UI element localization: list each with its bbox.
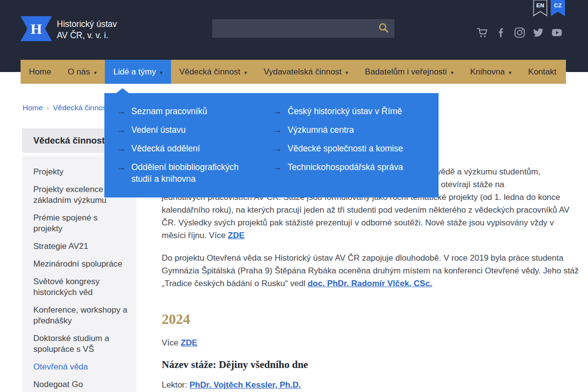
dropdown-item-seznam-pracovniku[interactable]: Seznam pracovníků (117, 105, 273, 117)
internship-title: Název stáže: Dějiny všedního dne (162, 358, 568, 371)
org-name-line1: Historický ústav (57, 19, 117, 30)
dropdown-label: Vedení ústavu (131, 124, 186, 136)
twitter-icon[interactable] (532, 26, 544, 39)
sidebar-item-otevrena-veda[interactable]: Otevřená věda (33, 362, 127, 372)
dropdown-label: Výzkumná centra (288, 124, 354, 136)
sidebar-item-konference[interactable]: Konference, workshopy a přednášky (33, 305, 127, 326)
more-line: Více ZDE (162, 337, 568, 349)
nav-item-kontakt[interactable]: Kontakt (520, 60, 565, 84)
paragraph-text: „Tradice českých bádání o Rusku“ vedl (162, 279, 308, 288)
paragraph-line: „Tradice českých bádání o Rusku“ vedl do… (162, 277, 568, 290)
arrow-right-icon (117, 124, 131, 136)
chevron-down-icon (94, 67, 97, 77)
nav-label: O nás (68, 67, 90, 77)
sidebar-item-doktorske-studium[interactable]: Doktorské studium a spolupráce s VŠ (33, 333, 127, 355)
dropdown-column-2: Český historický ústav v Římě Výzkumná c… (273, 105, 430, 197)
nav-item-o-nas[interactable]: O nás (59, 60, 105, 84)
dropdown-label: Technickohospodářská správa (288, 161, 403, 173)
paragraph-line: ČR. Výsledky svých projektů pak stážisté… (162, 217, 568, 229)
dropdown-label: Český historický ústav v Římě (288, 105, 402, 117)
nav-label: Vědecká činnost (179, 67, 241, 77)
nav-item-vydavatelska-cinnost[interactable]: Vydavatelská činnost (255, 60, 357, 84)
paragraph-line: kalendářního roku), na kterých pracují j… (162, 204, 568, 217)
institute-logo[interactable]: H (21, 16, 52, 41)
chevron-down-icon (345, 67, 348, 77)
dropdown-column-1: Seznam pracovníků Vedení ústavu Vědecká … (117, 105, 273, 197)
search-icon (378, 28, 390, 35)
dropdown-item-vedecka-oddeleni[interactable]: Vědecká oddělení (117, 143, 273, 154)
nav-label: Kontakt (528, 67, 557, 77)
arrow-right-icon (117, 143, 131, 154)
nav-label: Badatelům i veřejnosti (365, 67, 447, 77)
more-label: Více (162, 338, 181, 347)
paragraph-2: Do projektu Otevřená věda se Historický … (162, 252, 568, 290)
main-navigation: Home O nás Lidé a týmy Vědecká činnost V… (21, 60, 566, 84)
breadcrumb-home-link[interactable]: Home (23, 103, 43, 112)
nav-label: Home (29, 67, 51, 77)
lecturer-line: Lektor: PhDr. Vojtěch Kessler, Ph.D. (162, 379, 568, 392)
nav-item-lide-a-tymy[interactable]: Lidé a týmy (105, 60, 171, 84)
dropdown-item-oddeleni-biobibliografickych-studii[interactable]: Oddělení biobibliografických studií a kn… (117, 161, 273, 185)
arrow-right-icon (273, 143, 288, 154)
dropdown-label: Vědecké společnosti a komise (288, 143, 403, 154)
vojtech-kessler-link[interactable]: PhDr. Vojtěch Kessler, Ph.D. (190, 380, 301, 390)
dropdown-label: Oddělení biobibliografických studií a kn… (131, 161, 261, 185)
social-links (476, 26, 563, 39)
language-switch-en[interactable]: EN (533, 0, 547, 17)
nav-item-knihovna[interactable]: Knihovna (462, 60, 519, 84)
chevron-down-icon (244, 67, 247, 77)
dropdown-label: Vědecká oddělení (131, 143, 200, 154)
logo-letter: H (30, 21, 42, 37)
zde-link-1[interactable]: ZDE (228, 231, 245, 240)
arrow-right-icon (273, 105, 288, 117)
dropdown-item-vedeni-ustavu[interactable]: Vedení ústavu (117, 124, 273, 136)
dropdown-item-cesky-historicky-ustav-v-rime[interactable]: Český historický ústav v Římě (273, 105, 430, 117)
dropdown-item-vyzkumna-centra[interactable]: Výzkumná centra (273, 124, 430, 136)
nav-item-badatelum-i-verejnosti[interactable]: Badatelům i veřejnosti (357, 60, 462, 84)
arrow-right-icon (273, 161, 288, 173)
nav-label: Knihovna (470, 67, 505, 77)
paragraph-line: Do projektu Otevřená věda se Historický … (162, 252, 568, 265)
instagram-icon[interactable] (514, 26, 526, 39)
search-bar (212, 19, 394, 38)
nav-item-vedecka-cinnost[interactable]: Vědecká činnost (171, 60, 255, 84)
chevron-down-icon (509, 67, 512, 77)
search-button[interactable] (377, 22, 391, 35)
paragraph-text: měsíci říjnu. Více (162, 231, 228, 240)
nav-item-home[interactable]: Home (21, 60, 59, 84)
sidebar-item-svetove-kongresy[interactable]: Světové kongresy historických věd (33, 276, 127, 298)
sidebar-item-strategie-av21[interactable]: Strategie AV21 (33, 241, 127, 252)
facebook-icon[interactable] (495, 26, 507, 39)
arrow-right-icon (273, 124, 288, 136)
org-name: Historický ústav AV ČR, v. v. i. (57, 19, 117, 41)
arrow-right-icon (117, 105, 131, 117)
cart-icon[interactable] (476, 26, 489, 39)
lecturer-label: Lektor: (162, 380, 190, 390)
zde-link-2[interactable]: ZDE (181, 338, 197, 347)
search-input[interactable] (212, 19, 394, 38)
arrow-right-icon (117, 161, 131, 185)
year-heading: 2024 (162, 311, 568, 327)
sidebar-item-mezinarodni-spoluprace[interactable]: Mezinárodní spolupráce (33, 259, 127, 270)
breadcrumb: Home›Vědecká činnost (23, 103, 109, 112)
sidebar-item-nodegoat-go[interactable]: Nodegoat Go (33, 379, 127, 390)
breadcrumb-separator-icon: › (47, 104, 49, 112)
dropdown-item-vedecke-spolecnosti-a-komise[interactable]: Vědecké společnosti a komise (273, 143, 430, 154)
org-name-line2: AV ČR, v. v. i. (57, 30, 117, 41)
dropdown-item-technickohospodarska-sprava[interactable]: Technickohospodářská správa (273, 161, 430, 173)
paragraph-line: měsíci říjnu. Více ZDE (162, 229, 568, 242)
language-en-label: EN (537, 2, 544, 17)
language-switch-cz[interactable]: CZ (551, 0, 565, 17)
paragraph-line: Gymnázia Špitálská (Praha 9) Štěpána Ryb… (162, 265, 568, 277)
breadcrumb-section-link[interactable]: Vědecká činnost (53, 103, 109, 112)
sidebar-item-premie[interactable]: Prémie spojené s projekty (33, 213, 127, 234)
dropdown-label: Seznam pracovníků (131, 105, 207, 117)
nav-label: Lidé a týmy (113, 67, 156, 77)
chevron-down-icon (160, 67, 163, 77)
main-content: Projekt Otevřená věda Akademie věd ČR na… (162, 166, 568, 392)
radomir-vlcek-link[interactable]: doc. PhDr. Radomír Vlček, CSc. (308, 279, 432, 288)
nav-label: Vydavatelská činnost (264, 67, 342, 77)
dropdown-menu-lide-a-tymy: Seznam pracovníků Vedení ústavu Vědecká … (104, 93, 439, 197)
youtube-icon[interactable] (551, 26, 563, 39)
chevron-down-icon (451, 67, 454, 77)
